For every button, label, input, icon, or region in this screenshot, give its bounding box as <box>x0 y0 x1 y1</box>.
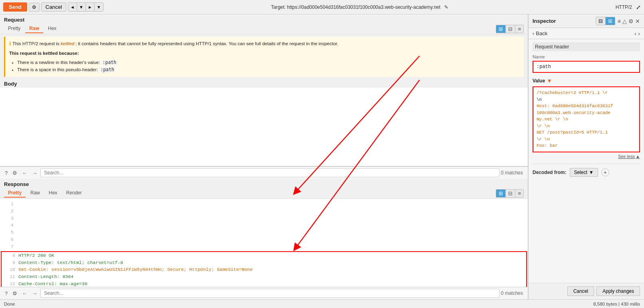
warn-icon: ℹ <box>9 41 11 46</box>
inspector-actions: Cancel Apply changes <box>529 283 644 299</box>
kettle-reason-1: There is a newline in this header's valu… <box>17 59 520 66</box>
response-view-btn-3[interactable]: ≡ <box>515 190 523 197</box>
request-view-btn-3[interactable]: ≡ <box>515 25 523 33</box>
request-search-input[interactable] <box>40 168 499 177</box>
request-search-next-icon[interactable]: → <box>30 169 39 177</box>
response-view-btn-1[interactable]: ⊞ <box>496 190 506 197</box>
table-row: 4 <box>0 222 528 229</box>
see-less-btn[interactable]: See less ▲ <box>533 154 640 159</box>
status-text: Done <box>4 302 15 306</box>
inspector-back-button[interactable]: ‹ Back <box>533 30 547 36</box>
inspector-up-icon[interactable]: △ <box>622 18 627 24</box>
request-view-btn-2[interactable]: ⊟ <box>506 25 515 33</box>
kettle-warning: ℹ This HTTP/2 request is kettled : it co… <box>4 37 524 77</box>
forward-nav-button[interactable]: ▸ <box>86 3 95 11</box>
inspector-body: Request header Name :path Value ▼ /?cach… <box>529 39 644 283</box>
request-section: Request Pretty Raw Hex ⊞ ⊟ ≡ ℹ <box>0 14 528 166</box>
request-matches: 0 matches <box>501 170 523 176</box>
response-search-next-icon[interactable]: → <box>30 290 39 297</box>
value-label: Value ▼ <box>533 78 640 84</box>
http-version: HTTP/2 <box>616 4 632 10</box>
left-panel: Request Pretty Raw Hex ⊞ ⊟ ≡ ℹ <box>0 14 528 299</box>
request-body-editor[interactable] <box>0 88 528 166</box>
add-decoded-button[interactable]: + <box>601 168 609 176</box>
request-search-help-icon[interactable]: ? <box>3 169 9 177</box>
table-row: 8HTTP/2 200 OK <box>2 252 526 259</box>
dropdown2-nav-button[interactable]: ▾ <box>95 3 103 11</box>
inspector-header: Inspector ⊟ ⊞ ≡ △ ⚙ ✕ <box>529 14 644 28</box>
response-search-input[interactable] <box>40 289 499 298</box>
maximize-button[interactable]: ⤢ <box>636 4 641 10</box>
request-search-settings-icon[interactable]: ⚙ <box>11 169 19 177</box>
kettle-because: This request is kettled because: <box>9 51 79 56</box>
cancel-button[interactable]: Cancel <box>41 2 67 12</box>
settings-button[interactable]: ⚙ <box>29 3 40 12</box>
inspector-panel: Inspector ⊟ ⊞ ≡ △ ⚙ ✕ ‹ Back ‹ <box>528 14 644 299</box>
tab-response-render[interactable]: Render <box>62 189 85 198</box>
response-search-prev-icon[interactable]: ← <box>20 290 29 297</box>
back-nav-button[interactable]: ◂ <box>68 3 77 11</box>
table-row: 6 <box>0 236 528 243</box>
toolbar: Send ⚙ Cancel ◂ ▾ ▸ ▾ Target: https://0a… <box>0 0 644 14</box>
status-info: 8,580 bytes | 430 millis <box>593 302 640 306</box>
target-url: https://0ad000e504d316fac03031f100c000a3… <box>287 4 440 10</box>
tab-response-raw[interactable]: Raw <box>26 189 44 198</box>
table-row: 3 <box>0 215 528 222</box>
table-row: 2 <box>0 208 528 215</box>
kettle-suffix: : it contains headers that cannot be ful… <box>76 41 338 46</box>
inspector-nav-prev[interactable]: ‹ <box>634 30 636 37</box>
nav-buttons: ◂ ▾ ▸ ▾ <box>68 2 103 12</box>
target-prefix: Target: <box>271 4 286 10</box>
table-row: 7 <box>0 243 528 250</box>
edit-icon[interactable]: ✎ <box>444 4 448 10</box>
response-search-help-icon[interactable]: ? <box>3 290 9 297</box>
inspector-close-icon[interactable]: ✕ <box>635 18 640 24</box>
decoded-label: Decoded from: <box>533 170 566 175</box>
inspector-view-btn-1[interactable]: ⊟ <box>596 17 606 25</box>
main-layout: Request Pretty Raw Hex ⊞ ⊟ ≡ ℹ <box>0 14 644 299</box>
tab-request-pretty[interactable]: Pretty <box>4 24 24 33</box>
inspector-cancel-button[interactable]: Cancel <box>567 286 594 296</box>
inspector-list-icon[interactable]: ≡ <box>618 18 621 24</box>
table-row: 1 <box>0 200 528 208</box>
inspector-nav-arrows: ‹ › <box>634 30 640 37</box>
chevron-up-icon: ▲ <box>636 154 640 159</box>
request-tab-row: Pretty Raw Hex ⊞ ⊟ ≡ <box>0 24 528 34</box>
inspector-view-btns: ⊟ ⊞ <box>596 17 615 25</box>
tab-request-hex[interactable]: Hex <box>44 24 60 33</box>
inspector-settings-icon[interactable]: ⚙ <box>628 18 634 24</box>
apply-changes-button[interactable]: Apply changes <box>596 286 640 296</box>
kettle-reason-2: There is a space in this pseudo-header: … <box>17 66 520 73</box>
value-down-icon: ▼ <box>547 78 552 84</box>
value-box[interactable]: /?cachebuster=2 HTTP/1.1 \r \n Host: 0ad… <box>533 86 640 152</box>
inspector-title: Inspector <box>533 18 593 24</box>
table-row: 5 <box>0 229 528 236</box>
table-row: 12Cache-Control: max-age=30 <box>2 280 526 287</box>
send-button[interactable]: Send <box>3 2 27 12</box>
response-view-btns: ⊞ ⊟ ≡ <box>496 189 524 198</box>
decoded-section: Decoded from: Select ▼ + <box>533 164 640 177</box>
dropdown-nav-button[interactable]: ▾ <box>77 3 86 11</box>
inspector-view-btn-2[interactable]: ⊞ <box>606 17 615 25</box>
tab-request-raw[interactable]: Raw <box>25 24 43 33</box>
response-tab-row: Pretty Raw Hex Render ⊞ ⊟ ≡ <box>0 188 528 199</box>
inspector-nav-next[interactable]: › <box>638 30 640 37</box>
response-matches: 0 matches <box>501 290 523 296</box>
request-view-btn-1[interactable]: ⊞ <box>496 25 506 33</box>
request-search-prev-icon[interactable]: ← <box>20 169 29 177</box>
inspector-icons: ≡ △ ⚙ ✕ <box>618 18 640 24</box>
inspector-nav: ‹ Back ‹ › <box>529 28 644 39</box>
response-search-settings-icon[interactable]: ⚙ <box>11 290 19 297</box>
request-title: Request <box>0 14 528 24</box>
select-button[interactable]: Select ▼ <box>570 168 598 177</box>
tab-response-pretty[interactable]: Pretty <box>4 189 26 198</box>
kettle-keyword: kettled <box>61 41 74 46</box>
response-view-btn-2[interactable]: ⊟ <box>506 190 515 197</box>
kettle-intro: This HTTP/2 request is <box>12 41 61 46</box>
inspector-name-section: Name :path <box>533 54 640 73</box>
response-search-bar: ? ⚙ ← → 0 matches <box>0 287 528 299</box>
request-view-btns: ⊞ ⊟ ≡ <box>496 25 524 33</box>
target-bar: Target: https://0ad000e504d316fac03031f1… <box>105 4 614 10</box>
tab-response-hex[interactable]: Hex <box>45 189 61 198</box>
name-field[interactable]: :path <box>533 61 640 73</box>
